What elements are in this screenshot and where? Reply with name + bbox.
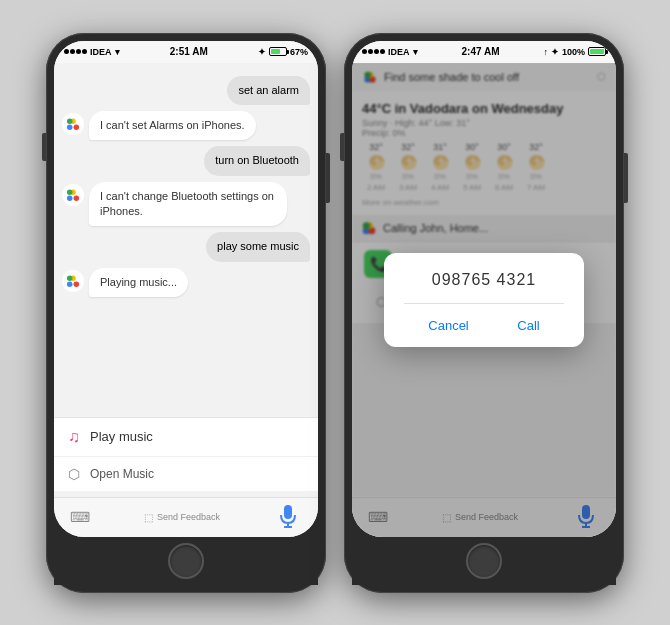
wifi-icon-2: ▾ [413,47,418,57]
google-logo-1 [62,113,84,135]
wifi-icon: ▾ [115,47,120,57]
status-bar-2: IDEA ▾ 2:47 AM ↑ ✦ 100% [352,41,616,63]
phone2-content: Find some shade to cool off ⬡ 44°C in Va… [352,63,616,537]
svg-point-6 [67,195,73,201]
mic-icon-1 [279,505,297,529]
svg-point-11 [67,281,73,287]
dialog-overlay: 098765 4321 Cancel Call [352,63,616,537]
battery-pct-2: 100% [562,47,585,57]
phone-2: IDEA ▾ 2:47 AM ↑ ✦ 100% [344,33,624,593]
bubble-alarm-reply: I can't set Alarms on iPhones. [89,111,256,140]
music-card: ♫ Play music ⬡ Open Music [54,417,318,491]
svg-point-7 [74,195,80,201]
open-music-icon: ⬡ [68,466,80,482]
feedback-label-1: Send Feedback [157,512,220,522]
location-icon-2: ↑ [543,47,548,57]
cancel-button[interactable]: Cancel [408,314,488,337]
home-button-2[interactable] [466,543,502,579]
keyboard-icon-1[interactable]: ⌨ [70,509,90,525]
bubble-set-alarm: set an alarm [227,76,310,105]
chat-area-1: set an alarm I can't set Alarms on iPhon… [54,63,318,497]
home-area-2 [352,537,616,585]
signal-icon [64,49,87,54]
svg-point-14 [67,275,73,281]
music-note-icon: ♫ [68,428,80,446]
svg-rect-15 [284,505,292,519]
time-label-1: 2:51 AM [170,46,208,57]
bubble-play-music: play some music [206,232,310,261]
response-playing: Playing music... [62,268,310,297]
bottom-bar-1: ⌨ ⬚ Send Feedback [54,497,318,537]
phone-1: IDEA ▾ 2:51 AM ✦ 67% set an alarm [46,33,326,593]
svg-point-4 [67,118,73,124]
carrier-label-2: IDEA [388,47,410,57]
open-music-item[interactable]: ⬡ Open Music [54,457,318,491]
bluetooth-icon: ✦ [258,47,266,57]
open-music-label: Open Music [90,467,154,481]
response-alarm: I can't set Alarms on iPhones. [62,111,310,140]
response-bluetooth: I can't change Bluetooth settings on iPh… [62,182,310,227]
google-logo-3 [62,270,84,292]
bubble-bluetooth-reply: I can't change Bluetooth settings on iPh… [89,182,287,227]
feedback-icon-1: ⬚ [144,512,153,523]
play-music-label: Play music [90,429,153,444]
battery-label-1: 67% [290,47,308,57]
battery-indicator-1 [269,47,287,56]
dialog-number: 098765 4321 [404,271,564,289]
send-feedback-1[interactable]: ⬚ Send Feedback [144,512,220,523]
signal-icon-2 [362,49,385,54]
svg-point-12 [74,281,80,287]
bluetooth-icon-2: ✦ [551,47,559,57]
bubble-playing-reply: Playing music... [89,268,188,297]
call-button[interactable]: Call [497,314,559,337]
svg-point-2 [74,124,80,130]
home-area-1 [54,537,318,585]
carrier-label: IDEA [90,47,112,57]
svg-point-1 [67,124,73,130]
play-music-item[interactable]: ♫ Play music [54,418,318,457]
call-dialog: 098765 4321 Cancel Call [384,253,584,347]
mic-container-1[interactable] [274,503,302,531]
time-label-2: 2:47 AM [462,46,500,57]
bubble-bluetooth: turn on Bluetooth [204,146,310,175]
status-bar-1: IDEA ▾ 2:51 AM ✦ 67% [54,41,318,63]
svg-point-9 [67,189,73,195]
battery-indicator-2 [588,47,606,56]
dialog-buttons: Cancel Call [404,303,564,337]
home-button-1[interactable] [168,543,204,579]
chat-messages-1: set an alarm I can't set Alarms on iPhon… [54,69,318,417]
google-logo-2 [62,184,84,206]
